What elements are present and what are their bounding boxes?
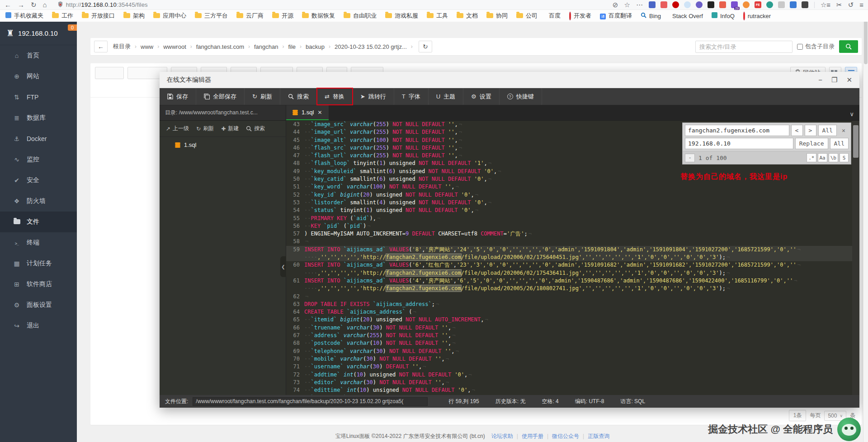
collapse-tree-icon[interactable]: ❮ (280, 256, 286, 277)
breadcrumb-item[interactable]: 根目录 (113, 42, 131, 51)
blue-extension-icon[interactable] (790, 1, 797, 8)
toolbar-chevron-icon[interactable]: ∨ (849, 105, 854, 122)
bookmark-star-icon[interactable]: ☆ (624, 1, 630, 8)
replace-input[interactable] (685, 138, 793, 149)
editor-scrollbar[interactable] (852, 121, 859, 395)
editor-toolbar-button[interactable]: 搜索 (280, 88, 317, 105)
back-icon[interactable]: ← (5, 1, 11, 8)
editor-toolbar-button[interactable]: ⇄ 替换 (317, 88, 353, 105)
find-all-button[interactable]: All (818, 125, 837, 136)
message-badge[interactable]: 0 (68, 24, 77, 31)
bookmark-item[interactable]: 应用中心 (153, 12, 186, 20)
bookmark-item[interactable]: 自由职业 (344, 12, 377, 20)
breadcrumb-item[interactable]: www (141, 43, 153, 50)
sidebar-item[interactable]: ⚙ 面板设置 (0, 295, 77, 315)
screenshot-scissors-icon[interactable]: ✂ (836, 1, 842, 8)
tree-toolbar-button[interactable]: ↻ 刷新 (196, 125, 214, 132)
reader-mode-icon[interactable]: ⊘ (613, 1, 618, 8)
breadcrumb-item[interactable]: fangchan.test.com (196, 43, 244, 50)
replace-all-button[interactable]: All (830, 138, 849, 149)
find-close-icon[interactable]: ✕ (839, 127, 849, 134)
footer-link[interactable]: 论坛求助 (491, 433, 513, 440)
refresh-button[interactable]: ↻ (419, 41, 432, 52)
panel-logo[interactable]: ♜ 192.168.0.10 0 (0, 22, 77, 45)
history-undo-icon[interactable]: ↺ (848, 1, 854, 8)
find-flag-toggle[interactable]: \b (829, 153, 838, 162)
sidebar-item[interactable]: ∿ 监控 (0, 149, 77, 170)
breadcrumb-item[interactable]: 2020-10-23 15.02.20 grtjz... (335, 43, 407, 50)
bookmark-item[interactable]: 云厂商 (236, 12, 264, 20)
bookmark-item[interactable]: 游戏私服 (385, 12, 418, 20)
sidebar-item[interactable]: ⚓ Docker (0, 128, 77, 149)
page-scrollbar[interactable] (863, 0, 868, 442)
back-button[interactable]: ← (94, 41, 108, 52)
search-input[interactable] (695, 41, 793, 53)
forward-icon[interactable]: → (18, 1, 24, 8)
bookmark-item[interactable]: rutracker (743, 13, 771, 19)
file-tab[interactable]: 1.sql ✕ (286, 105, 329, 120)
footer-link[interactable]: 微信公众号 (552, 433, 579, 440)
adblock-extension-icon[interactable] (672, 1, 679, 8)
footer-link[interactable]: 使用手册 (522, 433, 543, 440)
bookmark-item[interactable]: 公司 (516, 12, 538, 20)
editor-titlebar[interactable]: 在线文本编辑器 − ❐ ✕ (160, 72, 859, 88)
bookmark-item[interactable]: 工作 (52, 12, 73, 20)
bookmark-item[interactable]: 开发者 (569, 12, 591, 20)
sidebar-item[interactable]: ⊞ 软件商店 (0, 274, 77, 295)
brush-extension-icon[interactable] (660, 1, 667, 8)
bookmark-item[interactable]: 工具 (427, 12, 448, 20)
site-info-shield-icon[interactable] (58, 1, 63, 9)
find-flag-toggle[interactable]: S (840, 153, 849, 162)
editor-toolbar-button[interactable]: ⚙ 设置 (463, 88, 500, 105)
find-next-button[interactable]: > (805, 125, 816, 136)
close-icon[interactable]: ✕ (846, 76, 852, 84)
fe-extension-icon[interactable]: FE (755, 1, 761, 8)
bookmark-item[interactable]: 协同 (486, 12, 508, 20)
replace-button[interactable]: Replace (795, 138, 828, 149)
file-path[interactable]: /www/wwwroot/fangchan.test.com/fangchan/… (193, 397, 428, 406)
sidebar-item[interactable]: ⇅ FTP (0, 87, 77, 108)
editor-toolbar-button[interactable]: ? 快捷键 (500, 88, 542, 105)
bookmark-item[interactable]: Bing (641, 12, 661, 19)
bookmark-item[interactable]: Stack Overf (670, 13, 703, 19)
editor-toolbar-button[interactable]: ➤ 跳转行 (353, 88, 394, 105)
bookmark-item[interactable]: 译 百度翻译 (600, 12, 632, 20)
moon-extension-icon[interactable] (743, 1, 750, 8)
menu-icon[interactable]: ≡ (859, 1, 863, 8)
editor-toolbar-button[interactable]: 保存 (160, 88, 196, 105)
find-prev-button[interactable]: < (791, 125, 803, 136)
find-flag-toggle[interactable]: .* (807, 153, 816, 162)
sidebar-item[interactable]: ⊕ 网站 (0, 66, 77, 87)
collapse-find-button[interactable]: - (685, 154, 695, 162)
bookmark-item[interactable]: 百度 (546, 12, 561, 20)
tree-toolbar-button[interactable]: ↗ 上一级 (166, 125, 189, 132)
bookmark-item[interactable]: InfoQ (712, 12, 735, 19)
editor-toolbar-button[interactable]: 全部保存 (196, 88, 245, 105)
bookmark-item[interactable]: 开源 (272, 12, 293, 20)
sidebar-item[interactable]: ❖ 防火墙 (0, 191, 77, 212)
find-flag-toggle[interactable]: Aa (818, 153, 827, 162)
apps-grid-extension-icon[interactable] (802, 1, 808, 8)
minimize-icon[interactable]: − (818, 76, 822, 84)
breadcrumb-item[interactable]: file (288, 43, 296, 50)
maximize-icon[interactable]: ❐ (831, 76, 837, 84)
sidebar-item[interactable]: ≣ 数据库 (0, 108, 77, 128)
sidebar-item[interactable]: ⌂ 首页 (0, 45, 77, 66)
figure-extension-icon[interactable] (719, 1, 726, 8)
grey-extension-icon[interactable] (778, 1, 785, 8)
bookmark-item[interactable]: 数据恢复 (302, 12, 335, 20)
bookmark-item[interactable]: 三方平台 (195, 12, 228, 20)
tree-toolbar-button[interactable]: ✚ 新建 (221, 125, 239, 132)
sidebar-item[interactable]: ✔ 安全 (0, 170, 77, 191)
check-extension-icon[interactable] (696, 1, 703, 8)
bowl-extension-icon[interactable] (766, 1, 773, 8)
include-subdir-box[interactable] (797, 44, 803, 50)
bookmark-item[interactable]: 架构 (123, 12, 145, 20)
tab-close-icon[interactable]: ✕ (317, 109, 322, 116)
sidebar-item[interactable]: ▦ 计划任务 (0, 253, 77, 274)
tree-file-item[interactable]: 1.sql (160, 137, 286, 148)
bookmark-item[interactable]: 手机收藏夹 (5, 12, 43, 20)
editor-toolbar-button[interactable]: ↻ 刷新 (245, 88, 280, 105)
search-button[interactable] (839, 40, 858, 53)
editor-toolbar-button[interactable]: T 字体 (394, 88, 429, 105)
